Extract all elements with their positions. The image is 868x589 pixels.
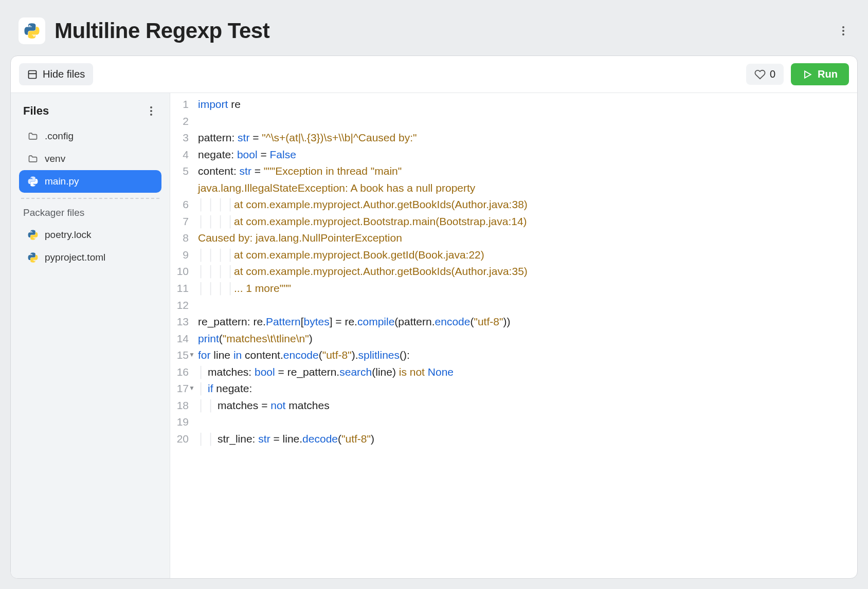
run-button[interactable]: Run (791, 63, 849, 85)
code-line: 5 content: str = """Exception in thread … (170, 163, 857, 180)
python-logo-icon (19, 17, 45, 44)
line-number: 11 (170, 280, 194, 297)
line-number: 19 (170, 414, 194, 431)
line-number: 12 (170, 297, 194, 314)
line-number: 5 (170, 163, 194, 180)
file-item[interactable]: main.py (19, 170, 161, 193)
files-sidebar: Files .config venv main.py Packager file… (11, 93, 170, 578)
code-text[interactable]: Caused by: java.lang.NullPointerExceptio… (194, 230, 402, 247)
folder-icon (27, 131, 39, 141)
code-line: 19 (170, 414, 857, 431)
file-name: venv (45, 153, 65, 164)
code-line: 8 Caused by: java.lang.NullPointerExcept… (170, 230, 857, 247)
fold-icon[interactable]: ▼ (189, 350, 195, 360)
page-title: Multiline Regexp Test (55, 19, 269, 43)
code-text[interactable] (194, 297, 201, 314)
code-editor[interactable]: 1 import re 2 3 pattern: str = "^\s+(at|… (170, 93, 857, 578)
code-line: 15▼ for line in content.encode("utf-8").… (170, 347, 857, 364)
code-line: 6 │ │ │ │at com.example.myproject.Author… (170, 196, 857, 213)
python-icon (27, 176, 39, 187)
code-text[interactable]: negate: bool = False (194, 146, 296, 163)
play-icon (802, 69, 812, 80)
code-line: 17▼ │ if negate: (170, 380, 857, 397)
code-line: 12 (170, 297, 857, 314)
file-item[interactable]: pyproject.toml (19, 246, 161, 269)
line-number: 7 (170, 213, 194, 230)
code-text[interactable]: │ │ │ │at com.example.myproject.Author.g… (194, 263, 528, 280)
file-item[interactable]: poetry.lock (19, 224, 161, 246)
file-item[interactable]: .config (19, 125, 161, 148)
code-line: 1 import re (170, 96, 857, 113)
line-number: 1 (170, 96, 194, 113)
toolbar: Hide files 0 Run (11, 56, 857, 93)
right-actions: 0 Run (746, 63, 849, 85)
code-text[interactable]: import re (194, 96, 241, 113)
code-line: 2 (170, 113, 857, 130)
code-text[interactable]: java.lang.IllegalStateException: A book … (194, 180, 475, 197)
file-name: .config (45, 131, 74, 142)
code-line: 10 │ │ │ │at com.example.myproject.Autho… (170, 263, 857, 280)
code-text[interactable]: re_pattern: re.Pattern[bytes] = re.compi… (194, 314, 510, 330)
file-list: .config venv main.py (19, 125, 161, 193)
code-text[interactable] (194, 113, 201, 130)
code-text[interactable]: │ │ │ │at com.example.myproject.Author.g… (194, 196, 528, 213)
code-text[interactable]: for line in content.encode("utf-8").spli… (194, 347, 410, 364)
code-text[interactable]: content: str = """Exception in thread "m… (194, 163, 402, 180)
hide-files-button[interactable]: Hide files (19, 63, 93, 85)
code-text[interactable]: pattern: str = "^\s+(at|\.{3})\s+\\b|^Ca… (194, 130, 417, 146)
packager-heading: Packager files (19, 205, 161, 224)
heart-icon (754, 69, 766, 80)
line-number: 3 (170, 130, 194, 146)
code-line: 9 │ │ │ │at com.example.myproject.Book.g… (170, 247, 857, 264)
code-line: 11 │ │ │ │... 1 more""" (170, 280, 857, 297)
line-number: 10 (170, 263, 194, 280)
code-text[interactable]: print("matches\t\tline\n") (194, 330, 313, 347)
folder-icon (27, 154, 39, 164)
hide-files-label: Hide files (43, 68, 85, 80)
file-name: main.py (45, 176, 79, 187)
code-line: 18 │ │ matches = not matches (170, 397, 857, 414)
code-text[interactable]: │ │ str_line: str = line.decode("utf-8") (194, 431, 374, 448)
code-line: 16 │ matches: bool = re_pattern.search(l… (170, 364, 857, 381)
code-line: 14 print("matches\t\tline\n") (170, 330, 857, 347)
packager-list: poetry.lock pyproject.toml (19, 224, 161, 269)
code-text[interactable]: │ matches: bool = re_pattern.search(line… (194, 364, 454, 381)
line-number: 4 (170, 146, 194, 163)
code-text[interactable]: │ │ │ │at com.example.myproject.Book.get… (194, 247, 484, 264)
like-button[interactable]: 0 (746, 64, 784, 85)
line-number: 18 (170, 397, 194, 414)
files-heading: Files (23, 104, 49, 118)
python-icon (27, 252, 39, 263)
line-number (170, 180, 194, 197)
line-number: 20 (170, 431, 194, 448)
more-menu-button[interactable] (837, 23, 849, 39)
line-number: 2 (170, 113, 194, 130)
sidebar-toggle-icon (27, 69, 38, 80)
line-number: 17▼ (170, 380, 194, 397)
code-text[interactable] (194, 414, 201, 431)
svg-rect-0 (29, 70, 37, 78)
line-number: 16 (170, 364, 194, 381)
code-line: 7 │ │ │ │at com.example.myproject.Bootst… (170, 213, 857, 230)
code-line: 4 negate: bool = False (170, 146, 857, 163)
line-number: 13 (170, 314, 194, 330)
line-number: 14 (170, 330, 194, 347)
divider (21, 198, 159, 199)
file-name: pyproject.toml (45, 252, 105, 263)
code-text[interactable]: │ │ matches = not matches (194, 397, 330, 414)
line-number: 15▼ (170, 347, 194, 364)
code-text[interactable]: │ │ │ │at com.example.myproject.Bootstra… (194, 213, 527, 230)
code-text[interactable]: │ │ │ │... 1 more""" (194, 280, 291, 297)
line-number: 6 (170, 196, 194, 213)
fold-icon[interactable]: ▼ (189, 383, 195, 393)
header-left: Multiline Regexp Test (19, 17, 269, 44)
files-more-button[interactable] (145, 103, 157, 119)
code-text[interactable]: │ if negate: (194, 380, 252, 397)
run-label: Run (818, 68, 838, 80)
code-line: 3 pattern: str = "^\s+(at|\.{3})\s+\\b|^… (170, 130, 857, 146)
code-line: java.lang.IllegalStateException: A book … (170, 180, 857, 197)
line-number: 8 (170, 230, 194, 247)
main-split: Files .config venv main.py Packager file… (11, 93, 857, 578)
files-heading-row: Files (19, 100, 161, 125)
file-item[interactable]: venv (19, 148, 161, 170)
